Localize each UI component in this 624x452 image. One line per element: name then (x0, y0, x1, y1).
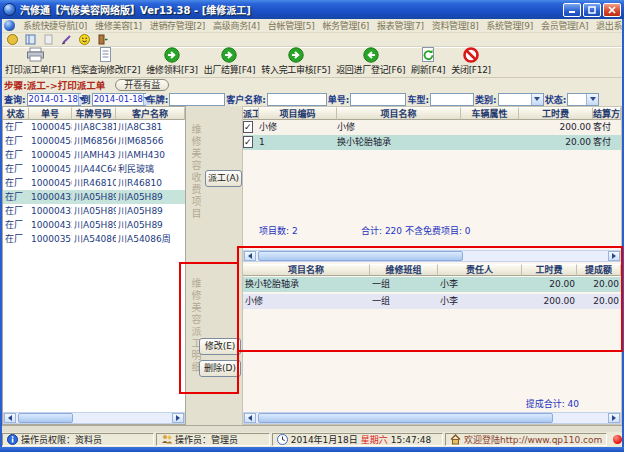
table-row[interactable]: 在厂100004327川A05H89川A05H89 (3, 204, 185, 218)
menu-item-business[interactable]: 高级商务[4] (209, 19, 264, 32)
scroll-left-icon[interactable] (4, 413, 16, 423)
window-title: 汽修通【汽修美容网络版】Ver13.38 - [维修派工] (20, 2, 563, 17)
table-row[interactable]: 在厂100004589川A8C381川A8C381 (3, 120, 185, 134)
minimize-button[interactable] (563, 3, 581, 17)
detail-row[interactable]: 小修 一组 小李 200.00 20.00 (243, 294, 621, 309)
print-preview-icon[interactable] (42, 34, 54, 46)
detail-row-selected[interactable]: 换小轮胎轴承 一组 小李 20.00 20.00 (243, 277, 621, 292)
date-to-combo[interactable]: 2014-01-18 (92, 93, 146, 106)
detail-horizontal-scrollbar[interactable] (243, 412, 621, 424)
menu-item-accounting[interactable]: 帐务管理[6] (318, 19, 373, 32)
window-border-bottom (0, 447, 624, 452)
archive-query-button[interactable]: 档案查询修改[F2] (68, 46, 143, 76)
status-red-dot-icon (613, 435, 622, 444)
status-combo[interactable] (567, 93, 599, 106)
operator-text: 操作员：管理员 (175, 433, 238, 446)
table-row[interactable]: 在厂100004509川R46810川R46810 (3, 176, 185, 190)
customer-label: 客户名称: (226, 93, 266, 106)
checkout-settle-button[interactable]: 出厂结算[F4] (201, 46, 259, 76)
coin-icon[interactable] (6, 34, 18, 46)
welcome-text[interactable]: 欢迎登陆http://www.qp110.com (464, 433, 602, 446)
green-arrow-right-icon (164, 46, 180, 63)
item-sum-label: 合计: 220 不含免费项目: 0 (361, 224, 471, 237)
menu-item-repair[interactable]: 维修美容[1] (91, 19, 146, 32)
main-toolbar: 打印派工单[F1] 档案查询修改[F2] 维修领料[F3] 出厂结算[F4] 转… (0, 47, 624, 78)
item-count-label: 项目数: 2 (259, 224, 298, 237)
scroll-right-icon[interactable] (608, 413, 620, 423)
modify-button[interactable]: 修改(E) (199, 338, 241, 355)
table-row[interactable]: 在厂100004513川A44C64利民玻璃 (3, 162, 185, 176)
print-dispatch-button[interactable]: 打印派工单[F1] (2, 46, 68, 76)
mdi-child-icon (4, 20, 15, 31)
dispatch-checkbox[interactable] (243, 136, 253, 148)
items-horizontal-scrollbar[interactable] (243, 250, 621, 262)
to-completion-audit-button[interactable]: 转入完工审核[F5] (258, 46, 333, 76)
steps-row: 步骤:派工->打印派工单 开卷有益 (0, 79, 624, 91)
plate-input[interactable] (169, 93, 225, 106)
table-row-selected[interactable]: 在厂100004328川A05H89川A05H89 (3, 190, 185, 204)
close-button[interactable] (603, 3, 621, 17)
customer-input[interactable] (267, 93, 327, 106)
forbidden-icon (463, 46, 479, 63)
table-row[interactable]: 在厂100004578川AMH430川AMH430 (3, 148, 185, 162)
app-window: 汽修通【汽修美容网络版】Ver13.38 - [维修派工] 系统快捷导航[0] … (0, 0, 624, 452)
menu-item-member[interactable]: 会员管理[A] (537, 19, 592, 32)
date-text: 2014年1月18日 (291, 433, 358, 446)
notebook-icon[interactable] (24, 34, 36, 46)
menu-item-system[interactable]: 系统管理[9] (482, 19, 537, 32)
model-input[interactable] (430, 93, 474, 106)
to-label: 到 (82, 93, 91, 106)
delete-button[interactable]: 删除(D) (199, 360, 241, 377)
menu-item-exit[interactable]: 退出系统 (592, 19, 624, 32)
steps-label: 步骤:派工->打印派工单 (4, 78, 105, 92)
chevron-down-icon[interactable] (531, 94, 543, 105)
scroll-left-icon[interactable] (244, 413, 256, 423)
table-row[interactable]: 在厂100003576川A54086周川A54086周 (3, 232, 185, 246)
scroll-right-icon[interactable] (608, 251, 620, 261)
close-form-button[interactable]: 关闭[F12] (448, 46, 494, 76)
menu-item-ledger[interactable]: 台帐管理[5] (264, 19, 319, 32)
date-from-combo[interactable]: 2014-01-18 (27, 93, 81, 106)
items-totals: 项目数: 2 合计: 220 不含免费项目: 0 (243, 224, 621, 237)
repair-material-button[interactable]: 维修领料[F3] (143, 46, 201, 76)
tip-button[interactable]: 开卷有益 (115, 79, 169, 91)
table-row[interactable]: 在厂100004581川M68566川M68566 (3, 134, 185, 148)
smiley-icon[interactable] (78, 34, 90, 46)
order-input[interactable] (350, 93, 406, 106)
orders-horizontal-scrollbar[interactable] (3, 412, 185, 424)
status-bar: 操作员权限：资料员 操作员：管理员 2014年1月18日 星期六 15:47:4… (0, 432, 624, 447)
item-row-selected[interactable]: 1 换小轮胎轴承 20.00 客付 (243, 135, 621, 150)
exit-icon[interactable] (96, 34, 108, 46)
query-row: 查询: 2014-01-18 到 2014-01-18 车牌: 客户名称: 单号… (0, 92, 624, 106)
refresh-button[interactable]: 刷新[F4] (408, 46, 448, 76)
dispatch-button[interactable]: 派工(A) (205, 170, 242, 187)
dispatch-checkbox[interactable] (243, 121, 253, 133)
clock-icon (277, 434, 288, 445)
welcome-cell: 欢迎登陆http://www.qp110.com (445, 433, 607, 446)
item-row[interactable]: 小修 小修 200.00 客付 (243, 120, 621, 135)
scroll-left-icon[interactable] (244, 251, 256, 261)
table-row[interactable]: 在厂100004326川A05H89川A05H89 (3, 218, 185, 232)
menu-item-data[interactable]: 资料管理[8] (428, 19, 483, 32)
chevron-down-icon[interactable] (586, 94, 598, 105)
scrollbar-thumb[interactable] (258, 251, 463, 261)
time-text: 15:47:48 (391, 435, 431, 445)
orders-table-header: 状态 单号 车牌号码 客户名称 (3, 107, 185, 120)
scroll-right-icon[interactable] (172, 413, 184, 423)
scrollbar-thumb[interactable] (258, 413, 553, 423)
menu-item-nav[interactable]: 系统快捷导航[0] (19, 19, 91, 32)
order-label: 单号: (328, 93, 350, 106)
operator-cell: 操作员：管理员 (156, 433, 270, 446)
menu-item-inventory[interactable]: 进销存管理[2] (146, 19, 209, 32)
scrollbar-thumb[interactable] (18, 413, 73, 423)
title-bar: 汽修通【汽修美容网络版】Ver13.38 - [维修派工] (0, 0, 624, 19)
category-combo[interactable] (498, 93, 544, 106)
signature-icon[interactable] (60, 34, 72, 46)
menu-item-reports[interactable]: 报表管理[7] (373, 19, 428, 32)
weekday-text: 星期六 (361, 433, 388, 446)
restore-button[interactable] (583, 3, 601, 17)
plate-label: 车牌: (147, 93, 169, 106)
permission-text: 操作员权限：资料员 (21, 433, 102, 446)
back-to-entry-button[interactable]: 返回进厂登记[F6] (333, 46, 408, 76)
model-label: 车型: (407, 93, 429, 106)
